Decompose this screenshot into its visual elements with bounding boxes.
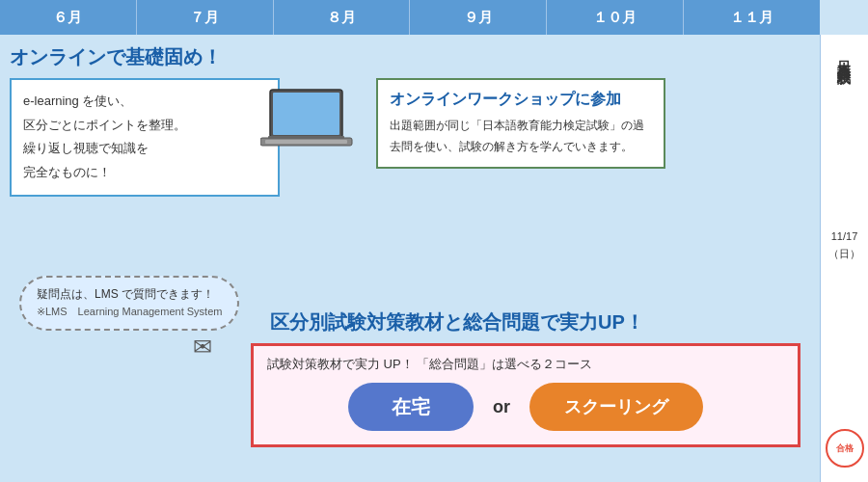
lms-line1: 疑問点は、LMS で質問できます！	[37, 285, 222, 304]
mail-icon: ✉	[193, 334, 212, 361]
header-july: ７月	[137, 0, 274, 35]
workshop-title: オンラインワークショップに参加	[390, 90, 652, 110]
badge-gokaku: 合格	[826, 429, 864, 468]
svg-rect-3	[265, 140, 347, 144]
elearning-line4: 完全なものに！	[23, 161, 266, 185]
header-october: １０月	[547, 0, 684, 35]
svg-rect-1	[273, 93, 339, 135]
practice-text: 試験対策教材で実力 UP！ 「総合問題」は選べる２コース	[267, 356, 784, 373]
header-august: ８月	[274, 0, 411, 35]
elearning-line2: 区分ごとにポイントを整理。	[23, 114, 266, 138]
sidebar-title: 日本語教員試験	[836, 49, 854, 63]
header-june: ６月	[0, 0, 137, 35]
zaiku-button[interactable]: 在宅	[348, 383, 474, 431]
header-row: ６月 ７月 ８月 ９月 １０月 １１月	[0, 0, 820, 35]
practice-box: 試験対策教材で実力 UP！ 「総合問題」は選べる２コース 在宅 or スクーリン…	[251, 343, 800, 447]
or-label: or	[493, 397, 510, 417]
workshop-box: オンラインワークショップに参加 出題範囲が同じ「日本語教育能力検定試験」の過去問…	[376, 78, 665, 169]
schooling-button[interactable]: スクーリング	[529, 383, 703, 431]
workshop-text: 出題範囲が同じ「日本語教育能力検定試験」の過去問を使い、試験の解き方を学んでいき…	[390, 116, 652, 157]
section1-title: オンラインで基礎固め！	[10, 44, 810, 70]
right-sidebar: 日本語教員試験 11/17 （日） 合格	[820, 35, 868, 482]
svg-rect-4	[268, 136, 344, 139]
main-container: ６月 ７月 ８月 ９月 １０月 １１月 オンラインで基礎固め！ e-learni…	[0, 0, 868, 482]
lms-bubble: 疑問点は、LMS で質問できます！ ※LMS Learning Manageme…	[19, 276, 239, 331]
content-area: オンラインで基礎固め！ e-learning を使い、 区分ごとにポイントを整理…	[0, 35, 820, 482]
elearning-line3: 繰り返し視聴で知識を	[23, 137, 266, 161]
header-september: ９月	[410, 0, 547, 35]
section2-title: 区分別試験対策教材と総合問題で実力UP！	[270, 309, 644, 335]
buttons-row: 在宅 or スクーリング	[267, 383, 784, 431]
header-november: １１月	[684, 0, 820, 35]
laptop-illustration	[260, 85, 362, 161]
sidebar-date-line2: （日）	[828, 246, 860, 263]
main-area: オンラインで基礎固め！ e-learning を使い、 区分ごとにポイントを整理…	[0, 35, 868, 482]
sidebar-date-line1: 11/17	[828, 228, 860, 246]
lms-line2: ※LMS Learning Management System	[37, 304, 222, 321]
sidebar-date: 11/17 （日）	[828, 228, 860, 262]
elearning-box: e-learning を使い、 区分ごとにポイントを整理。 繰り返し視聴で知識を…	[10, 78, 280, 197]
elearning-line1: e-learning を使い、	[23, 90, 266, 114]
